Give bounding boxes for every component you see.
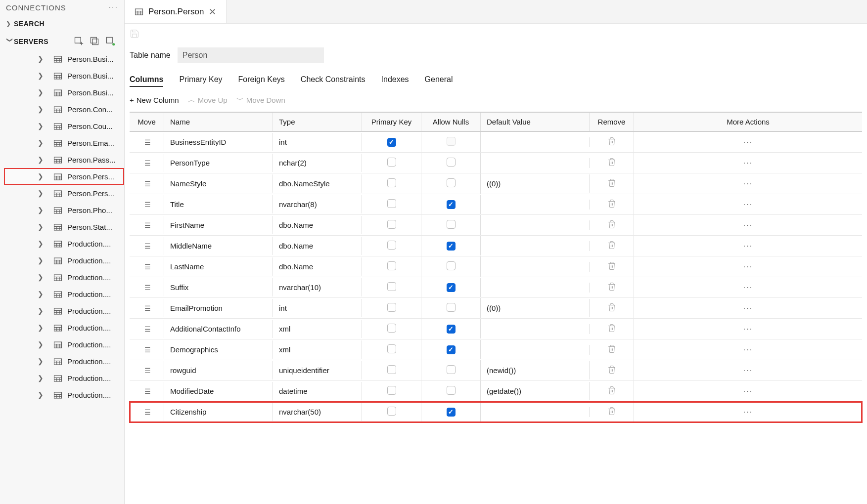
cell-type[interactable]: nvarchar(10) bbox=[273, 278, 362, 296]
cell-remove[interactable] bbox=[590, 298, 634, 318]
checkbox-pk[interactable] bbox=[387, 344, 396, 353]
cell-remove[interactable] bbox=[590, 215, 634, 235]
cell-name[interactable]: BusinessEntityID bbox=[164, 133, 273, 151]
header-type[interactable]: Type bbox=[273, 113, 362, 131]
cell-type[interactable]: uniqueidentifier bbox=[273, 361, 362, 379]
checkbox-nulls[interactable] bbox=[447, 137, 456, 146]
subtab-general[interactable]: General bbox=[425, 73, 453, 87]
cell-more[interactable]: ··· bbox=[634, 216, 862, 235]
cell-more[interactable]: ··· bbox=[634, 154, 862, 172]
cell-remove[interactable] bbox=[590, 277, 634, 297]
tree-item[interactable]: ❯Production.... bbox=[4, 336, 124, 353]
tablename-input[interactable] bbox=[178, 47, 324, 63]
tree-item[interactable]: ❯Production.... bbox=[4, 353, 124, 370]
cell-type[interactable]: int bbox=[273, 133, 362, 151]
cell-more[interactable]: ··· bbox=[634, 320, 862, 338]
more-icon[interactable]: ··· bbox=[743, 345, 753, 354]
cell-more[interactable]: ··· bbox=[634, 340, 862, 359]
cell-type[interactable]: dbo.NameStyle bbox=[273, 174, 362, 193]
cell-pk[interactable] bbox=[362, 132, 421, 152]
grid-row[interactable]: ☰LastNamedbo.Name··· bbox=[130, 256, 862, 277]
cell-name[interactable]: EmailPromotion bbox=[164, 299, 273, 317]
trash-icon[interactable] bbox=[607, 284, 616, 293]
move-up-button[interactable]: ︿ Move Up bbox=[188, 95, 228, 105]
checkbox-pk[interactable] bbox=[387, 241, 396, 250]
cell-more[interactable]: ··· bbox=[634, 237, 862, 255]
more-icon[interactable]: ··· bbox=[743, 200, 753, 209]
close-icon[interactable]: ✕ bbox=[209, 6, 216, 17]
more-icon[interactable]: ··· bbox=[743, 221, 753, 229]
trash-icon[interactable] bbox=[607, 409, 616, 417]
cell-pk[interactable] bbox=[362, 277, 421, 297]
more-icon[interactable]: ··· bbox=[743, 179, 753, 188]
checkbox-nulls[interactable] bbox=[447, 178, 456, 187]
checkbox-pk[interactable] bbox=[387, 199, 396, 208]
cell-nulls[interactable] bbox=[421, 298, 481, 318]
more-icon[interactable]: ··· bbox=[743, 408, 753, 416]
cell-pk[interactable] bbox=[362, 339, 421, 360]
grid-row[interactable]: ☰EmailPromotionint((0))··· bbox=[130, 298, 862, 319]
cell-type[interactable]: dbo.Name bbox=[273, 257, 362, 276]
checkbox-pk[interactable] bbox=[387, 303, 396, 312]
cell-nulls[interactable] bbox=[421, 236, 481, 255]
cell-pk[interactable] bbox=[362, 256, 421, 277]
tree-item[interactable]: ❯Production.... bbox=[4, 269, 124, 286]
tree-item[interactable]: ❯Production.... bbox=[4, 252, 124, 269]
header-remove[interactable]: Remove bbox=[590, 113, 634, 131]
trash-icon[interactable] bbox=[607, 367, 616, 376]
header-more[interactable]: More Actions bbox=[634, 113, 862, 131]
cell-nulls[interactable] bbox=[421, 215, 481, 235]
drag-handle[interactable]: ☰ bbox=[130, 278, 164, 296]
save-icon[interactable] bbox=[130, 29, 139, 40]
cell-type[interactable]: datetime bbox=[273, 382, 362, 400]
cell-default[interactable]: (newid()) bbox=[481, 361, 590, 379]
drag-handle[interactable]: ☰ bbox=[130, 320, 164, 338]
tree-item[interactable]: ❯Person.Pers... bbox=[4, 168, 124, 185]
header-name[interactable]: Name bbox=[164, 113, 273, 131]
cell-name[interactable]: rowguid bbox=[164, 361, 273, 379]
cell-type[interactable]: int bbox=[273, 299, 362, 317]
drag-handle[interactable]: ☰ bbox=[130, 403, 164, 421]
drag-handle[interactable]: ☰ bbox=[130, 216, 164, 234]
tree-item[interactable]: ❯Person.Busi... bbox=[4, 84, 124, 101]
cell-type[interactable]: nvarchar(50) bbox=[273, 403, 362, 421]
move-down-button[interactable]: ﹀ Move Down bbox=[236, 95, 285, 105]
cell-default[interactable] bbox=[481, 407, 590, 417]
more-icon[interactable]: ··· bbox=[743, 283, 753, 292]
cell-default[interactable] bbox=[481, 158, 590, 168]
more-icon[interactable]: ··· bbox=[743, 138, 753, 146]
cell-type[interactable]: xml bbox=[273, 340, 362, 359]
sidebar-section-search[interactable]: ❯ SEARCH bbox=[0, 15, 124, 33]
checkbox-pk[interactable] bbox=[387, 220, 396, 229]
new-connection-icon[interactable] bbox=[74, 36, 84, 47]
checkbox-pk[interactable] bbox=[387, 324, 396, 333]
grid-row[interactable]: ☰PersonTypenchar(2)··· bbox=[130, 153, 862, 173]
checkbox-pk[interactable] bbox=[387, 138, 396, 147]
cell-remove[interactable] bbox=[590, 173, 634, 194]
tree-item[interactable]: ❯Person.Pers... bbox=[4, 185, 124, 202]
cell-more[interactable]: ··· bbox=[634, 257, 862, 276]
cell-default[interactable] bbox=[481, 262, 590, 272]
checkbox-pk[interactable] bbox=[387, 386, 396, 395]
cell-name[interactable]: Demographics bbox=[164, 340, 273, 359]
cell-remove[interactable] bbox=[590, 319, 634, 339]
checkbox-nulls[interactable] bbox=[447, 408, 456, 417]
trash-icon[interactable] bbox=[607, 263, 616, 272]
checkbox-nulls[interactable] bbox=[447, 158, 456, 167]
cell-more[interactable]: ··· bbox=[634, 403, 862, 421]
cell-default[interactable] bbox=[481, 324, 590, 334]
tree-item[interactable]: ❯Production.... bbox=[4, 370, 124, 386]
checkbox-pk[interactable] bbox=[387, 282, 396, 291]
cell-name[interactable]: FirstName bbox=[164, 216, 273, 234]
drag-handle[interactable]: ☰ bbox=[130, 195, 164, 213]
new-column-button[interactable]: + New Column bbox=[130, 96, 179, 104]
drag-handle[interactable]: ☰ bbox=[130, 257, 164, 276]
cell-remove[interactable] bbox=[590, 236, 634, 256]
cell-remove[interactable] bbox=[590, 153, 634, 173]
cell-name[interactable]: Suffix bbox=[164, 278, 273, 296]
cell-remove[interactable] bbox=[590, 360, 634, 380]
drag-handle[interactable]: ☰ bbox=[130, 154, 164, 172]
cell-remove[interactable] bbox=[590, 402, 634, 422]
subtab-columns[interactable]: Columns bbox=[130, 73, 163, 87]
drag-handle[interactable]: ☰ bbox=[130, 174, 164, 193]
